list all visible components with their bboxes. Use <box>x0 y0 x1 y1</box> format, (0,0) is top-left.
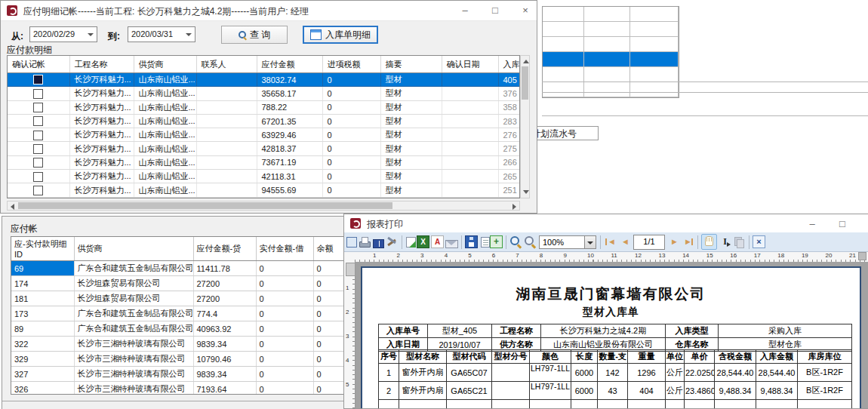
confirm-checkbox[interactable] <box>33 103 43 112</box>
excel-icon[interactable] <box>417 235 429 248</box>
scroll-right-icon[interactable] <box>512 204 516 210</box>
checkbox-cell[interactable] <box>8 73 69 87</box>
table-row[interactable] <box>543 82 679 97</box>
export-image-icon[interactable] <box>406 237 416 248</box>
table-row[interactable]: 173广东合和建筑五金制品有限公司774.400 <box>11 306 347 321</box>
column-header[interactable]: 应-实付款明细ID <box>11 237 74 261</box>
nav-next-icon[interactable] <box>667 235 680 248</box>
page-number-input[interactable]: 1/1 <box>633 235 665 250</box>
table-row[interactable]: 长沙万科魅力...山东南山铝业...67201.350型材283 <box>8 114 519 128</box>
zoom-level-select[interactable]: 100% <box>539 235 596 249</box>
cell[interactable]: 326 <box>11 382 74 395</box>
table-row[interactable]: 长沙万科魅力...山东南山铝业...63929.460型材276 <box>8 128 519 142</box>
confirm-checkbox[interactable] <box>33 131 43 140</box>
save-icon[interactable] <box>465 235 478 248</box>
column-header[interactable]: 应付金额 <box>257 56 322 73</box>
table-row[interactable]: 长沙万科魅力...山东南山铝业...94555.690型材251 <box>8 183 519 197</box>
column-header[interactable]: 入库 <box>498 56 519 73</box>
checkbox-cell[interactable] <box>8 155 69 169</box>
confirm-checkbox[interactable] <box>33 158 43 168</box>
cell[interactable]: 173 <box>11 306 74 321</box>
maximize-button[interactable]: □ <box>484 3 506 18</box>
nav-first-icon[interactable] <box>604 235 617 248</box>
close-icon[interactable] <box>753 235 765 248</box>
table-row[interactable]: 长沙万科魅力...山东南山铝业...42818.370型材275 <box>8 142 519 155</box>
table-row[interactable] <box>543 7 679 22</box>
cell[interactable]: 89 <box>11 321 74 337</box>
minimize-button[interactable]: – <box>801 217 823 232</box>
table-row[interactable] <box>543 37 679 52</box>
column-header[interactable]: 确认记帐 <box>8 56 69 73</box>
confirm-checkbox[interactable] <box>33 144 43 154</box>
column-header[interactable]: 供货商 <box>74 237 193 261</box>
book-icon[interactable] <box>373 239 384 248</box>
close-button[interactable]: × <box>861 217 868 232</box>
table-row[interactable]: 长沙万科魅力...山东南山铝业...73671.190型材266 <box>8 155 519 169</box>
table-row[interactable]: 长沙万科魅力...山东南山铝业...35658.170型材376 <box>8 87 519 100</box>
column-header[interactable]: 进项税额 <box>322 56 380 73</box>
table-row[interactable]: 326长沙市三湘特种玻璃有限公司7193.6400 <box>11 382 347 395</box>
print-icon[interactable] <box>359 235 371 248</box>
titlebar[interactable]: 应付明细记帐------当前工程: 长沙万科魅力之城4.2期------当前用户… <box>1 1 537 21</box>
table-row[interactable]: 327长沙市三湘特种玻璃有限公司9839.3400 <box>11 367 347 382</box>
scroll-up-icon[interactable] <box>523 60 529 63</box>
column-header[interactable]: 工程名称 <box>69 56 134 73</box>
pdf-icon[interactable] <box>431 235 444 248</box>
table-row[interactable]: 69广东合和建筑五金制品有限公司11411.7800 <box>11 261 347 276</box>
table-row[interactable]: 322长沙市三湘特种玻璃有限公司9839.3400 <box>11 337 347 352</box>
frame-icon[interactable] <box>346 237 357 248</box>
cell[interactable]: 322 <box>11 337 74 352</box>
document-icon[interactable] <box>481 237 490 248</box>
cell[interactable]: 69 <box>11 261 74 276</box>
scrollbar-thumb[interactable] <box>522 66 528 100</box>
column-header[interactable]: 联系人 <box>196 56 257 73</box>
confirm-checkbox[interactable] <box>33 116 43 126</box>
confirm-checkbox[interactable] <box>33 172 43 182</box>
checkbox-cell[interactable] <box>8 114 69 128</box>
table-row[interactable]: 174长沙坦森贸易有限公司2720000 <box>11 276 347 291</box>
tools-icon[interactable] <box>386 235 399 248</box>
payable-account-table[interactable]: 应-实付款明细ID供货商应付金额-贷实付金额-借余额 69广东合和建筑五金制品有… <box>11 236 347 395</box>
confirm-checkbox[interactable] <box>33 89 43 99</box>
query-button[interactable]: 查 询 <box>221 26 288 44</box>
scrollbar-thumb[interactable] <box>18 202 392 209</box>
scroll-left-icon[interactable] <box>11 204 14 210</box>
table-row[interactable]: 89广东合和建筑五金制品有限公司40963.9200 <box>11 321 347 337</box>
add-table-icon[interactable] <box>490 235 503 248</box>
table-row[interactable]: 329长沙市三湘特种玻璃有限公司10790.4600 <box>11 352 347 367</box>
column-header[interactable]: 应付金额-贷 <box>193 237 256 261</box>
nav-prev-icon[interactable] <box>618 235 631 248</box>
chevron-down-icon[interactable] <box>584 236 596 248</box>
cell[interactable]: 327 <box>11 367 74 382</box>
text-select-icon[interactable] <box>719 235 731 248</box>
inbound-detail-button[interactable]: 入库单明细 <box>303 26 378 44</box>
checkbox-cell[interactable] <box>8 142 69 155</box>
hand-icon[interactable] <box>705 236 713 246</box>
table-row[interactable]: 长沙万科魅力...山东南山铝业...38032.740型材405 <box>8 73 519 87</box>
cell[interactable]: 181 <box>11 291 74 306</box>
table-row[interactable]: 长沙万科魅力...山东南山铝业...3895.840型材250 <box>8 197 519 198</box>
vertical-scrollbar[interactable] <box>520 55 530 198</box>
horizontal-scrollbar[interactable] <box>7 201 520 211</box>
table-row[interactable] <box>543 67 679 82</box>
mail-icon[interactable] <box>445 240 458 248</box>
checkbox-cell[interactable] <box>8 100 69 114</box>
nav-last-icon[interactable] <box>682 235 694 248</box>
checkbox-cell[interactable] <box>8 170 69 183</box>
cell[interactable]: 174 <box>11 276 74 291</box>
table-row[interactable] <box>543 22 679 37</box>
titlebar[interactable]: 报表打印 – □ × <box>344 214 868 233</box>
checkbox-cell[interactable] <box>8 197 69 198</box>
maximize-button[interactable]: □ <box>831 217 854 232</box>
table-row[interactable] <box>543 52 679 67</box>
column-header[interactable]: 余额 <box>313 237 347 261</box>
minimize-button[interactable]: – <box>454 3 476 18</box>
zoom-in-icon[interactable] <box>509 235 522 248</box>
cell[interactable]: 329 <box>11 352 74 367</box>
column-header[interactable]: 供货商 <box>134 56 196 73</box>
table-row[interactable]: 长沙万科魅力...山东南山铝业...42118.310型材265 <box>8 170 519 183</box>
column-header[interactable]: 摘要 <box>380 56 442 73</box>
column-header[interactable]: 确认日期 <box>442 56 498 73</box>
scroll-down-icon[interactable] <box>523 190 529 194</box>
confirm-checkbox[interactable] <box>33 75 43 85</box>
